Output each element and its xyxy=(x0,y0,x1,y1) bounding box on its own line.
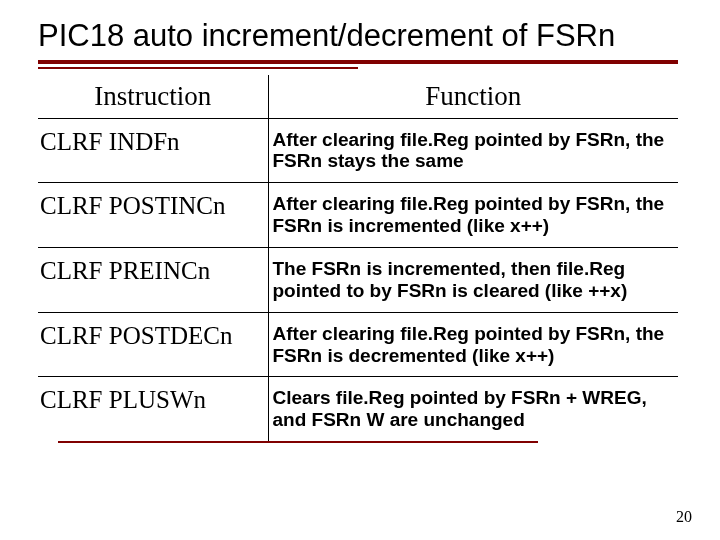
header-instruction: Instruction xyxy=(38,75,268,119)
table-row: CLRF PREINCn The FSRn is incremented, th… xyxy=(38,248,678,313)
table-header-row: Instruction Function xyxy=(38,75,678,119)
cell-function: Clears file.Reg pointed by FSRn + WREG, … xyxy=(268,377,678,441)
slide-title: PIC18 auto increment/decrement of FSRn xyxy=(38,18,692,54)
cell-function: After clearing file.Reg pointed by FSRn,… xyxy=(268,312,678,377)
cell-instruction: CLRF POSTDECn xyxy=(38,312,268,377)
table-row: CLRF INDFn After clearing file.Reg point… xyxy=(38,118,678,183)
table-row: CLRF POSTDECn After clearing file.Reg po… xyxy=(38,312,678,377)
instruction-table: Instruction Function CLRF INDFn After cl… xyxy=(38,75,678,441)
page-number: 20 xyxy=(676,508,692,526)
cell-instruction: CLRF POSTINCn xyxy=(38,183,268,248)
title-rule-thin xyxy=(38,67,358,69)
cell-function: After clearing file.Reg pointed by FSRn,… xyxy=(268,183,678,248)
cell-function: The FSRn is incremented, then file.Reg p… xyxy=(268,248,678,313)
cell-function: After clearing file.Reg pointed by FSRn,… xyxy=(268,118,678,183)
cell-instruction: CLRF PLUSWn xyxy=(38,377,268,441)
title-rule-thick xyxy=(38,60,678,64)
slide: PIC18 auto increment/decrement of FSRn I… xyxy=(0,0,720,540)
footer-rule xyxy=(58,441,538,443)
cell-instruction: CLRF INDFn xyxy=(38,118,268,183)
table-row: CLRF POSTINCn After clearing file.Reg po… xyxy=(38,183,678,248)
header-function: Function xyxy=(268,75,678,119)
table-row: CLRF PLUSWn Clears file.Reg pointed by F… xyxy=(38,377,678,441)
cell-instruction: CLRF PREINCn xyxy=(38,248,268,313)
